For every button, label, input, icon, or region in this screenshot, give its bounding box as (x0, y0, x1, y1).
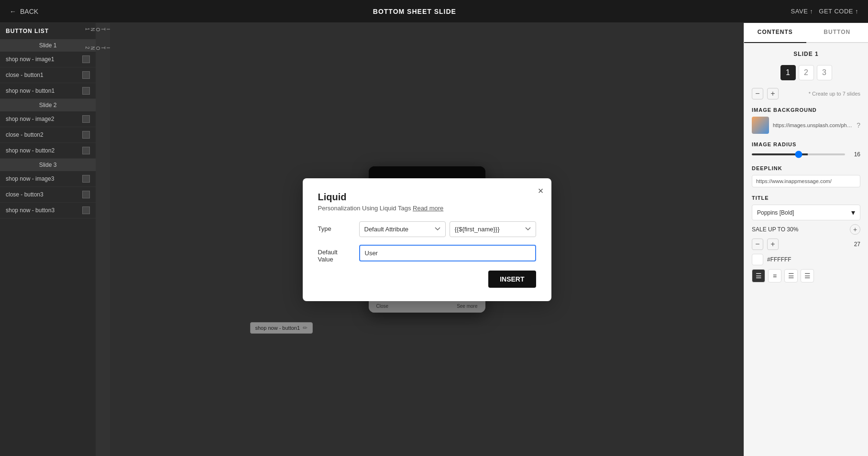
sidebar-item-label: close - button3 (6, 191, 44, 198)
font-size-plus[interactable]: + (767, 239, 779, 250)
checkbox-shop-image3[interactable] (82, 175, 90, 183)
sidebar-item-shopnow-btn3[interactable]: shop now - button3 (0, 203, 96, 218)
checkbox-close-btn3[interactable] (82, 191, 90, 198)
title-section-label: TITLE (752, 195, 860, 201)
modal-default-row: DefaultValue (318, 245, 536, 263)
liquid-modal: × Liquid Personalization Using Liquid Ta… (303, 178, 551, 301)
font-size-minus[interactable]: − (752, 239, 763, 250)
image-bg-row: ? (752, 117, 860, 134)
default-value-input[interactable] (359, 245, 536, 261)
title-text-row: SALE UP TO 30% + (752, 224, 860, 235)
save-button[interactable]: SAVE ↑ (791, 8, 813, 15)
get-code-label: GET CODE (819, 8, 853, 15)
sidebar-item-label: shop now - image1 (6, 56, 54, 63)
read-more-link[interactable]: Read more (413, 205, 443, 212)
sidebar-item-close-btn3[interactable]: close - button3 (0, 187, 96, 203)
align-right-btn[interactable]: ☰ (784, 269, 798, 282)
type-select-group: Default Attribute Custom Attribute Event… (359, 221, 536, 237)
align-justify-btn[interactable]: ☰ (801, 269, 814, 282)
modal-title: Liquid (318, 192, 536, 203)
checkbox-shop-image2[interactable] (82, 115, 90, 123)
align-row: ☰ ≡ ☰ ☰ (752, 269, 860, 282)
radius-value: 16 (849, 151, 860, 158)
top-bar-actions: SAVE ↑ GET CODE ↑ (791, 8, 858, 15)
back-button[interactable]: ← BACK (10, 8, 38, 15)
sidebar-item-shopnow-btn2[interactable]: shop now - button2 (0, 143, 96, 159)
slide-nav-3[interactable]: 3 (817, 65, 832, 80)
save-label: SAVE (791, 8, 808, 15)
image-background-section: IMAGE BACKGROUND ? (752, 107, 860, 134)
checkbox-close-btn2[interactable] (82, 131, 90, 139)
get-code-button[interactable]: GET CODE ↑ (819, 8, 858, 15)
slide-nav: 1 2 3 (752, 65, 860, 80)
image-thumbnail (752, 117, 769, 134)
chevron-down-icon: ▾ (851, 208, 855, 217)
checkbox-shopnow-btn3[interactable] (82, 206, 90, 214)
sidebar-item-label: close - button1 (6, 72, 44, 78)
modal-overlay[interactable]: × Liquid Personalization Using Liquid Ta… (110, 23, 744, 456)
sidebar-item-label: close - button2 (6, 131, 44, 138)
image-radius-section: IMAGE RADIUS 16 (752, 141, 860, 158)
checkbox-shopnow-btn1[interactable] (82, 87, 90, 95)
deeplink-title: DEEPLINK (752, 165, 860, 171)
tab-button[interactable]: BUTTON (806, 23, 868, 42)
align-center-btn[interactable]: ≡ (768, 269, 781, 282)
sidebar-item-shop-image3[interactable]: shop now - image3 (0, 171, 96, 187)
type-select[interactable]: Default Attribute Custom Attribute Event… (359, 221, 446, 237)
slide-count-minus[interactable]: − (752, 88, 763, 99)
slide-count-controls: − + (752, 88, 779, 99)
sidebar-item-shop-image1[interactable]: shop now - image1 (0, 52, 96, 67)
right-panel-tabs: CONTENTS BUTTON (744, 23, 868, 43)
sidebar: BUTTON LIST Slide 1 shop now - image1 cl… (0, 23, 96, 456)
save-icon: ↑ (810, 8, 813, 15)
color-value: #FFFFFF (767, 256, 791, 263)
sidebar-item-shop-image2[interactable]: shop now - image2 (0, 111, 96, 127)
sidebar-item-label: shop now - button3 (6, 207, 55, 214)
font-size-value: 27 (854, 241, 860, 248)
help-icon[interactable]: ? (857, 121, 860, 129)
button-column: BUTTON1 BUTTON2 (96, 23, 110, 456)
get-code-icon: ↑ (855, 8, 858, 15)
slide-label: SLIDE 1 (752, 51, 860, 57)
align-left-btn[interactable]: ☰ (752, 269, 765, 282)
image-url-input[interactable] (773, 122, 853, 128)
slide-count-plus[interactable]: + (767, 88, 779, 99)
checkbox-close-btn1[interactable] (82, 71, 90, 79)
right-panel: CONTENTS BUTTON SLIDE 1 1 2 3 − + * Crea… (744, 23, 868, 456)
sidebar-item-label: shop now - button1 (6, 87, 55, 94)
variable-select[interactable]: {{${first_name}}} {{${last_name}}} {{${e… (450, 221, 536, 237)
title-section: TITLE Poppins [Bold] ▾ SALE UP TO 30% + … (752, 195, 860, 282)
sidebar-title: BUTTON LIST (0, 23, 96, 39)
right-panel-body: SLIDE 1 1 2 3 − + * Create up to 7 slide… (744, 43, 868, 290)
back-arrow-icon: ← (10, 8, 16, 15)
slide-count-row: − + * Create up to 7 slides (752, 88, 860, 99)
font-select-row[interactable]: Poppins [Bold] ▾ (752, 205, 860, 220)
sidebar-item-label: shop now - image2 (6, 116, 54, 122)
tab-contents[interactable]: CONTENTS (744, 23, 806, 43)
sidebar-item-label: shop now - button2 (6, 147, 55, 154)
modal-type-row: Type Default Attribute Custom Attribute … (318, 221, 536, 237)
deeplink-section: DEEPLINK (752, 165, 860, 187)
insert-button[interactable]: INSERT (488, 271, 536, 288)
page-title: BOTTOM SHEET SLIDE (373, 8, 456, 15)
slide-nav-1[interactable]: 1 (780, 65, 796, 80)
font-select-label: Poppins [Bold] (757, 209, 794, 216)
color-swatch[interactable] (752, 254, 763, 265)
add-title-button[interactable]: + (850, 224, 860, 235)
sidebar-item-close-btn2[interactable]: close - button2 (0, 127, 96, 143)
checkbox-shop-image1[interactable] (82, 55, 90, 63)
image-radius-title: IMAGE RADIUS (752, 141, 860, 147)
modal-close-button[interactable]: × (538, 186, 544, 195)
sidebar-item-shopnow-btn1[interactable]: shop now - button1 (0, 83, 96, 99)
slide-nav-2[interactable]: 2 (799, 65, 814, 80)
color-row: #FFFFFF (752, 254, 860, 265)
radius-slider[interactable] (752, 153, 845, 155)
main-layout: BUTTON LIST Slide 1 shop now - image1 cl… (0, 23, 868, 456)
font-size-row: − + 27 (752, 239, 860, 250)
canvas-area: Get a designer brand products at a sale … (110, 23, 744, 456)
sidebar-item-close-btn1[interactable]: close - button1 (0, 67, 96, 83)
checkbox-shopnow-btn2[interactable] (82, 147, 90, 154)
deeplink-input[interactable] (752, 175, 860, 187)
sidebar-item-label: shop now - image3 (6, 175, 54, 182)
create-slides-text: * Create up to 7 slides (809, 91, 860, 97)
